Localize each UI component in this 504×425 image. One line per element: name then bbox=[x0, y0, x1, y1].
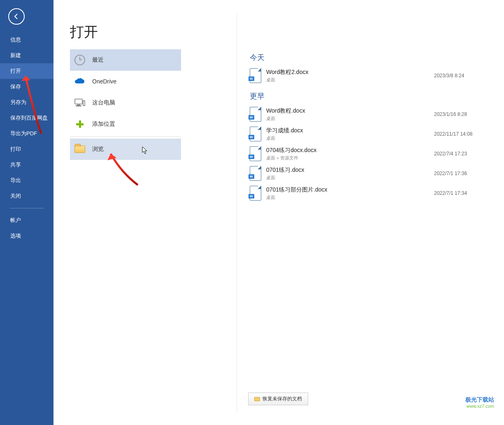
file-row[interactable]: W Word教程.docx 桌面 2023/1/16 8:28 bbox=[250, 104, 492, 124]
nav-save-as[interactable]: 另存为 bbox=[0, 95, 53, 110]
file-date: 2022/7/4 17:23 bbox=[434, 151, 492, 157]
file-path: 桌面 bbox=[266, 194, 434, 201]
nav-list: 信息 新建 打开 保存 另存为 保存到百度网盘 导出为PDF 打印 共享 导出 … bbox=[0, 32, 53, 244]
page-title: 打开 bbox=[70, 23, 98, 42]
file-row[interactable]: W 0701练习.docx 桌面 2022/7/1 17:36 bbox=[250, 164, 492, 183]
open-sources: 最近 OneDrive 这台电脑 添加位置 浏览 bbox=[70, 49, 181, 160]
file-row[interactable]: W 0701练习部分图片.docx 桌面 2022/7/1 17:34 bbox=[250, 183, 492, 203]
watermark-url: www.xz7.com bbox=[465, 404, 494, 409]
source-add-place[interactable]: 添加位置 bbox=[70, 113, 181, 135]
nav-save-baidu[interactable]: 保存到百度网盘 bbox=[0, 110, 53, 126]
nav-separator bbox=[10, 208, 44, 208]
plus-icon bbox=[74, 118, 86, 130]
docx-icon: W bbox=[250, 166, 261, 181]
recent-files-list: 今天 W Word教程2.docx 桌面 2023/3/8 8:24 更早 W … bbox=[250, 53, 492, 203]
docx-icon: W bbox=[250, 107, 261, 122]
source-label: 浏览 bbox=[92, 146, 104, 153]
source-label: 最近 bbox=[92, 56, 104, 64]
docx-icon: W bbox=[250, 186, 261, 201]
onedrive-icon bbox=[74, 76, 86, 87]
svg-rect-4 bbox=[75, 99, 82, 104]
nav-print[interactable]: 打印 bbox=[0, 141, 53, 157]
nav-export-pdf[interactable]: 导出为PDF bbox=[0, 126, 53, 141]
source-label: 这台电脑 bbox=[92, 99, 115, 106]
file-name: Word教程2.docx bbox=[266, 69, 434, 76]
file-date: 2022/7/1 17:34 bbox=[434, 190, 492, 196]
docx-icon: W bbox=[250, 127, 261, 141]
nav-share[interactable]: 共享 bbox=[0, 157, 53, 173]
source-label: OneDrive bbox=[92, 78, 116, 85]
source-recent[interactable]: 最近 bbox=[70, 49, 181, 71]
source-separator bbox=[70, 136, 181, 137]
recover-unsaved-button[interactable]: 恢复未保存的文档 bbox=[248, 393, 308, 405]
file-name: Word教程.docx bbox=[266, 107, 434, 115]
svg-rect-7 bbox=[83, 101, 85, 106]
folder-icon bbox=[74, 143, 86, 155]
pc-icon bbox=[74, 97, 86, 109]
backstage-sidebar: 信息 新建 打开 保存 另存为 保存到百度网盘 导出为PDF 打印 共享 导出 … bbox=[0, 0, 53, 425]
file-path: 桌面 bbox=[266, 77, 434, 83]
file-name: 学习成绩.docx bbox=[266, 127, 434, 134]
file-name: 0701练习.docx bbox=[266, 166, 434, 174]
watermark: 极光下载站 www.xz7.com bbox=[465, 396, 494, 409]
file-path: 桌面 bbox=[266, 175, 434, 181]
clock-icon bbox=[74, 54, 86, 66]
svg-rect-6 bbox=[76, 106, 81, 106]
nav-close[interactable]: 关闭 bbox=[0, 188, 53, 204]
nav-options[interactable]: 选项 bbox=[0, 228, 53, 244]
file-row[interactable]: W Word教程2.docx 桌面 2023/3/8 8:24 bbox=[250, 66, 492, 85]
watermark-title: 极光下载站 bbox=[465, 396, 494, 404]
docx-icon: W bbox=[250, 68, 261, 83]
file-date: 2023/1/16 8:28 bbox=[434, 111, 492, 117]
source-onedrive[interactable]: OneDrive bbox=[70, 71, 181, 92]
nav-open[interactable]: 打开 bbox=[0, 63, 53, 79]
file-path: 桌面 bbox=[266, 135, 434, 141]
source-label: 添加位置 bbox=[92, 120, 115, 128]
section-heading-today: 今天 bbox=[250, 53, 492, 62]
nav-save[interactable]: 保存 bbox=[0, 79, 53, 95]
file-path: 桌面 bbox=[266, 115, 434, 122]
nav-info[interactable]: 信息 bbox=[0, 32, 53, 48]
file-row[interactable]: W 学习成绩.docx 桌面 2022/11/17 14:08 bbox=[250, 124, 492, 144]
file-row[interactable]: W 0704练习docx.docx 桌面 » 资源文件 2022/7/4 17:… bbox=[250, 144, 492, 164]
file-name: 0701练习部分图片.docx bbox=[266, 186, 434, 194]
folder-icon bbox=[254, 397, 260, 401]
docx-icon: W bbox=[250, 146, 261, 161]
content-area: 打开 最近 OneDrive 这台电脑 添加位置 浏览 bbox=[53, 0, 504, 425]
file-date: 2023/3/8 8:24 bbox=[434, 73, 492, 79]
file-path: 桌面 » 资源文件 bbox=[266, 155, 434, 161]
nav-new[interactable]: 新建 bbox=[0, 48, 53, 63]
vertical-divider bbox=[237, 13, 237, 412]
back-button[interactable] bbox=[8, 8, 25, 25]
nav-export[interactable]: 导出 bbox=[0, 173, 53, 188]
file-date: 2022/7/1 17:36 bbox=[434, 171, 492, 176]
recover-label: 恢复未保存的文档 bbox=[262, 395, 302, 402]
source-this-pc[interactable]: 这台电脑 bbox=[70, 92, 181, 113]
file-name: 0704练习docx.docx bbox=[266, 147, 434, 154]
file-date: 2022/11/17 14:08 bbox=[434, 131, 492, 137]
source-browse[interactable]: 浏览 bbox=[70, 139, 181, 160]
section-heading-earlier: 更早 bbox=[250, 91, 492, 101]
nav-account[interactable]: 帐户 bbox=[0, 212, 53, 228]
